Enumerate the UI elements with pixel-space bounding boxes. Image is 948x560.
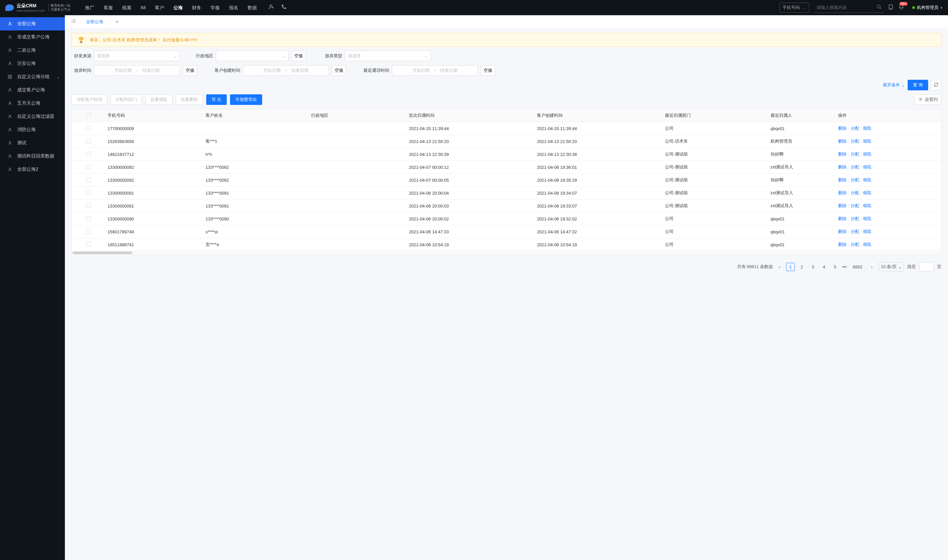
filter-abandon-type-select[interactable]: 请选择⌄ bbox=[345, 51, 431, 61]
prev-page-button[interactable]: ‹ bbox=[776, 263, 783, 271]
op-assign[interactable]: 分配 bbox=[851, 177, 859, 182]
tab-add-button[interactable]: + bbox=[110, 19, 124, 25]
op-claim[interactable]: 领取 bbox=[863, 190, 871, 195]
sidebar-item-5[interactable]: 成交客户公海 bbox=[0, 83, 65, 97]
op-delete[interactable]: 删除 bbox=[838, 138, 847, 144]
jump-input[interactable] bbox=[919, 262, 934, 271]
op-claim[interactable]: 领取 bbox=[863, 216, 871, 221]
op-assign[interactable]: 分配 bbox=[851, 190, 859, 195]
nav-IM[interactable]: IM bbox=[136, 0, 151, 15]
row-checkbox[interactable] bbox=[86, 138, 91, 143]
row-checkbox[interactable] bbox=[86, 190, 91, 195]
op-assign[interactable]: 分配 bbox=[851, 152, 859, 157]
row-checkbox[interactable] bbox=[86, 165, 91, 169]
nav-学服[interactable]: 学服 bbox=[206, 0, 225, 15]
export-button[interactable]: 导 出 bbox=[206, 94, 227, 105]
page-3[interactable]: 3 bbox=[809, 263, 817, 271]
set-columns-button[interactable]: 设置列 bbox=[914, 94, 941, 105]
sidebar-item-0[interactable]: 全部公海 bbox=[0, 17, 65, 31]
nav-财务[interactable]: 财务 bbox=[187, 0, 206, 15]
sidebar-item-8[interactable]: 消防公海 bbox=[0, 123, 65, 136]
batch-delete-button[interactable]: 批量删除 bbox=[176, 94, 203, 105]
op-claim[interactable]: 领取 bbox=[863, 138, 871, 144]
row-checkbox[interactable] bbox=[86, 229, 91, 234]
abandon-time-range[interactable]: 开始日期~结束日期 bbox=[94, 65, 180, 76]
assign-dept-button[interactable]: 分配到部门 bbox=[111, 94, 142, 105]
op-delete[interactable]: 删除 bbox=[838, 190, 847, 195]
expand-filters-link[interactable]: 展开条件 ⌄ bbox=[883, 82, 905, 88]
nav-客户[interactable]: 客户 bbox=[150, 0, 169, 15]
export-plain-button[interactable]: 不加密导出 bbox=[230, 94, 262, 105]
page-size-select[interactable]: 10 条/页⌄ bbox=[879, 262, 904, 271]
row-checkbox[interactable] bbox=[86, 216, 91, 221]
sidebar-item-4[interactable]: 自定义公海分组⌄ bbox=[0, 70, 65, 83]
op-delete[interactable]: 删除 bbox=[838, 242, 847, 247]
op-claim[interactable]: 领取 bbox=[863, 203, 871, 208]
assign-manager-button[interactable]: 分配客户经理 bbox=[71, 94, 107, 105]
op-assign[interactable]: 分配 bbox=[851, 165, 859, 169]
op-delete[interactable]: 删除 bbox=[838, 165, 847, 169]
op-assign[interactable]: 分配 bbox=[851, 138, 859, 144]
search-type-select[interactable]: 手机号码 ⌄ bbox=[780, 3, 809, 12]
nav-推广[interactable]: 推广 bbox=[80, 0, 99, 15]
sidebar-item-11[interactable]: 全部公海2 bbox=[0, 163, 65, 176]
sidebar-item-10[interactable]: 测试昨日回库数据 bbox=[0, 149, 65, 163]
op-delete[interactable]: 删除 bbox=[838, 177, 847, 182]
op-claim[interactable]: 领取 bbox=[863, 165, 871, 169]
page-2[interactable]: 2 bbox=[798, 263, 806, 271]
page-last[interactable]: 6882 bbox=[850, 263, 865, 271]
refresh-button[interactable] bbox=[931, 80, 941, 90]
op-claim[interactable]: 领取 bbox=[863, 126, 871, 131]
row-checkbox[interactable] bbox=[86, 126, 91, 131]
op-claim[interactable]: 领取 bbox=[863, 177, 871, 182]
op-claim[interactable]: 领取 bbox=[863, 152, 871, 157]
tablet-icon[interactable] bbox=[888, 4, 894, 12]
nav-报名[interactable]: 报名 bbox=[225, 0, 243, 15]
sidebar-item-9[interactable]: 测试 bbox=[0, 136, 65, 149]
next-page-button[interactable]: › bbox=[868, 263, 875, 271]
sidebar-item-3[interactable]: 注安公海 bbox=[0, 57, 65, 70]
sidebar-item-1[interactable]: 非成交客户公海 bbox=[0, 31, 65, 44]
search-button[interactable]: 查 询 bbox=[908, 80, 928, 90]
page-1[interactable]: 1 bbox=[786, 263, 794, 271]
tab-all-pool[interactable]: 全部公海 bbox=[80, 15, 110, 28]
op-delete[interactable]: 删除 bbox=[838, 229, 847, 234]
op-claim[interactable]: 领取 bbox=[863, 229, 871, 234]
add-user-icon[interactable] bbox=[268, 4, 275, 12]
create-time-null-button[interactable]: 空值 bbox=[332, 65, 346, 76]
op-delete[interactable]: 删除 bbox=[838, 216, 847, 221]
last-call-range[interactable]: 开始日期~结束日期 bbox=[392, 65, 478, 76]
sidebar-item-2[interactable]: 二咨公海 bbox=[0, 44, 65, 57]
op-assign[interactable]: 分配 bbox=[851, 242, 859, 247]
op-assign[interactable]: 分配 bbox=[851, 126, 859, 131]
op-delete[interactable]: 删除 bbox=[838, 126, 847, 131]
search-icon[interactable] bbox=[877, 4, 882, 11]
row-checkbox[interactable] bbox=[86, 242, 91, 246]
row-checkbox[interactable] bbox=[86, 203, 91, 208]
nav-数据[interactable]: 数据 bbox=[243, 0, 262, 15]
region-null-button[interactable]: 空值 bbox=[291, 51, 306, 61]
user-menu[interactable]: 机构管理员 ▾ bbox=[912, 5, 943, 11]
op-claim[interactable]: 领取 bbox=[863, 242, 871, 247]
op-delete[interactable]: 删除 bbox=[838, 203, 847, 208]
sidebar-item-7[interactable]: 自定义公海过滤器 bbox=[0, 110, 65, 123]
sidebar-item-6[interactable]: 五月天公海 bbox=[0, 97, 65, 110]
phone-icon[interactable] bbox=[281, 4, 287, 12]
batch-claim-button[interactable]: 批量领取 bbox=[145, 94, 172, 105]
row-checkbox[interactable] bbox=[86, 152, 91, 156]
op-assign[interactable]: 分配 bbox=[851, 229, 859, 234]
filter-source-select[interactable]: 请选择⌄ bbox=[94, 51, 180, 61]
filter-region-select[interactable]: ⌄ bbox=[216, 51, 289, 61]
nav-公海[interactable]: 公海 bbox=[169, 0, 187, 15]
horizontal-scrollbar[interactable] bbox=[72, 251, 941, 254]
bell-icon[interactable]: 99+ bbox=[898, 4, 904, 12]
nav-客服[interactable]: 客服 bbox=[99, 0, 117, 15]
select-all-checkbox[interactable] bbox=[86, 113, 91, 117]
op-delete[interactable]: 删除 bbox=[838, 152, 847, 157]
op-assign[interactable]: 分配 bbox=[851, 216, 859, 221]
abandon-time-null-button[interactable]: 空值 bbox=[183, 65, 197, 76]
page-5[interactable]: 5 bbox=[831, 263, 839, 271]
nav-线索[interactable]: 线索 bbox=[117, 0, 136, 15]
row-checkbox[interactable] bbox=[86, 177, 91, 182]
logo[interactable]: 云朵CRM www.yunduocrm.com 教育机构一站 式服务云平台 bbox=[5, 3, 71, 12]
